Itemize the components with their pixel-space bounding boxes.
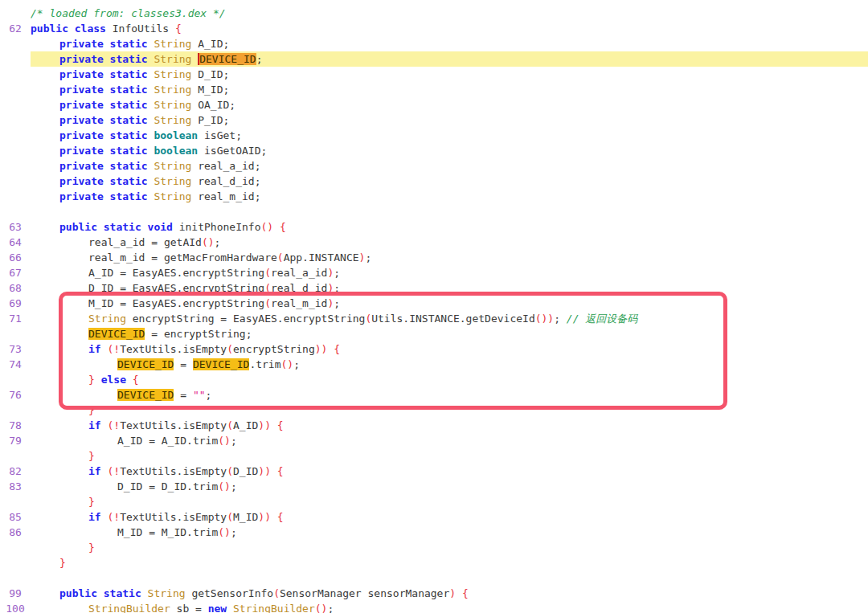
code-line[interactable]: 62public class InfoUtils { xyxy=(0,21,868,36)
code-line[interactable]: 86M_ID = M_ID.trim(); xyxy=(0,525,868,540)
code-line-content: private static String real_d_id; xyxy=(31,174,868,189)
code-token: StringBuilder xyxy=(233,603,315,613)
code-token: } xyxy=(88,374,101,386)
code-token: real_a_id = getAId xyxy=(88,236,202,248)
code-line-content: } xyxy=(31,540,868,555)
line-number xyxy=(0,372,31,387)
code-line[interactable] xyxy=(0,570,868,586)
line-number: 74 xyxy=(0,357,31,372)
code-line[interactable]: 66real_m_id = getMacFromHardware(App.INS… xyxy=(0,250,868,265)
code-token: App.INSTANCE xyxy=(284,251,359,264)
code-token: D_ID; xyxy=(198,68,229,80)
code-line[interactable]: 63public static void initPhoneInfo() { xyxy=(0,219,868,235)
code-token: = xyxy=(174,358,192,370)
highlighted-identifier[interactable]: DEVICE_ID xyxy=(117,358,174,370)
code-editor[interactable]: /* loaded from: classes3.dex */62public … xyxy=(0,0,868,613)
line-number: 78 xyxy=(0,418,31,433)
code-token: private static xyxy=(59,145,154,157)
code-token: String xyxy=(154,38,198,50)
code-line-content: A_ID = EasyAES.encryptString(real_a_id); xyxy=(31,265,868,280)
code-token: M_ID xyxy=(233,511,258,523)
code-line[interactable]: } xyxy=(0,403,868,418)
code-line[interactable] xyxy=(0,204,868,219)
code-token: isGetOAID; xyxy=(204,145,267,157)
code-line[interactable]: } xyxy=(0,540,868,555)
code-token: private static xyxy=(59,175,154,187)
code-line[interactable]: private static String DEVICE_ID; xyxy=(0,51,868,67)
code-line-content: M_ID = M_ID.trim(); xyxy=(31,525,868,540)
code-token: sb = xyxy=(177,603,208,613)
code-token: ( xyxy=(264,267,271,279)
code-line[interactable]: /* loaded from: classes3.dex */ xyxy=(0,6,868,21)
highlighted-identifier[interactable]: DEVICE_ID xyxy=(198,53,256,65)
code-line[interactable]: private static String M_ID; xyxy=(0,82,868,97)
line-number xyxy=(0,189,31,204)
code-line[interactable]: 64real_a_id = getAId(); xyxy=(0,235,868,250)
code-token: String xyxy=(154,84,198,96)
code-token: D_ID = D_ID.trim xyxy=(117,480,218,492)
code-line[interactable]: 68D_ID = EasyAES.encryptString(real_d_id… xyxy=(0,280,868,296)
code-line[interactable]: DEVICE_ID = encryptString; xyxy=(0,326,868,341)
code-line[interactable]: private static String A_ID; xyxy=(0,36,868,51)
code-line[interactable]: } xyxy=(0,494,868,509)
code-token: if xyxy=(88,465,107,477)
code-line-content: M_ID = EasyAES.encryptString(real_m_id); xyxy=(31,296,868,311)
code-line-content: D_ID = EasyAES.encryptString(real_d_id); xyxy=(31,280,868,296)
code-token: } xyxy=(59,557,66,569)
code-line[interactable]: 78if (!TextUtils.isEmpty(A_ID)) { xyxy=(0,418,868,433)
code-token: private static xyxy=(59,38,154,50)
code-line[interactable]: 99public static String getSensorInfo(Sen… xyxy=(0,586,868,601)
code-line-content: } xyxy=(31,555,868,570)
code-token: String xyxy=(154,53,198,65)
code-token: () xyxy=(315,603,328,613)
code-token: TextUtils.isEmpty xyxy=(120,419,227,431)
code-line[interactable]: 73if (!TextUtils.isEmpty(encryptString))… xyxy=(0,341,868,357)
code-line[interactable]: } xyxy=(0,448,868,464)
code-token xyxy=(271,511,277,523)
line-number xyxy=(0,540,31,555)
code-line[interactable]: private static String D_ID; xyxy=(0,67,868,82)
code-token: M_ID = M_ID.trim xyxy=(117,526,218,538)
code-line-content: private static String P_ID; xyxy=(31,112,868,128)
code-line-content: } xyxy=(31,448,868,464)
code-token xyxy=(271,419,277,431)
code-line[interactable]: 67A_ID = EasyAES.encryptString(real_a_id… xyxy=(0,265,868,280)
code-line[interactable]: } else { xyxy=(0,372,868,387)
code-token: { xyxy=(277,419,284,431)
code-line[interactable]: private static String real_m_id; xyxy=(0,189,868,204)
highlighted-identifier[interactable]: DEVICE_ID xyxy=(193,358,249,370)
code-line-content: if (!TextUtils.isEmpty(encryptString)) { xyxy=(31,341,868,357)
line-number xyxy=(0,494,31,509)
code-line[interactable]: 71String encryptString = EasyAES.encrypt… xyxy=(0,311,868,326)
code-line[interactable]: } xyxy=(0,555,868,570)
code-line-content: String encryptString = EasyAES.encryptSt… xyxy=(31,311,868,326)
highlighted-identifier[interactable]: DEVICE_ID xyxy=(88,328,145,340)
code-token: String xyxy=(154,160,198,172)
code-line-content: private static String OA_ID; xyxy=(31,97,868,112)
code-line[interactable]: 100StringBuilder sb = new StringBuilder(… xyxy=(0,601,868,613)
code-line[interactable]: 85if (!TextUtils.isEmpty(M_ID)) { xyxy=(0,509,868,525)
code-token: real_d_id; xyxy=(198,175,260,187)
code-line-content: public class InfoUtils { xyxy=(31,21,868,36)
code-line[interactable]: private static String real_d_id; xyxy=(0,174,868,189)
code-token: boolean xyxy=(154,145,204,157)
code-line[interactable]: private static boolean isGet; xyxy=(0,128,868,143)
code-line-content: if (!TextUtils.isEmpty(M_ID)) { xyxy=(31,509,868,525)
code-line[interactable]: 83D_ID = D_ID.trim(); xyxy=(0,479,868,494)
code-token xyxy=(271,465,277,477)
code-line[interactable]: private static String P_ID; xyxy=(0,112,868,128)
code-line[interactable]: 76DEVICE_ID = ""; xyxy=(0,387,868,403)
code-line[interactable]: 82if (!TextUtils.isEmpty(D_ID)) { xyxy=(0,464,868,479)
code-line[interactable]: 74DEVICE_ID = DEVICE_ID.trim(); xyxy=(0,357,868,372)
code-line[interactable]: private static String real_a_id; xyxy=(0,158,868,174)
code-line[interactable]: 79A_ID = A_ID.trim(); xyxy=(0,433,868,448)
code-token xyxy=(456,587,462,599)
code-line[interactable]: 69M_ID = EasyAES.encryptString(real_m_id… xyxy=(0,296,868,311)
highlighted-identifier[interactable]: DEVICE_ID xyxy=(117,389,174,401)
code-token: ; xyxy=(206,389,212,401)
code-line[interactable]: private static boolean isGetOAID; xyxy=(0,143,868,158)
line-number: 83 xyxy=(0,479,31,494)
code-token: { xyxy=(280,221,286,233)
code-line[interactable]: private static String OA_ID; xyxy=(0,97,868,112)
code-token: () xyxy=(218,526,231,538)
